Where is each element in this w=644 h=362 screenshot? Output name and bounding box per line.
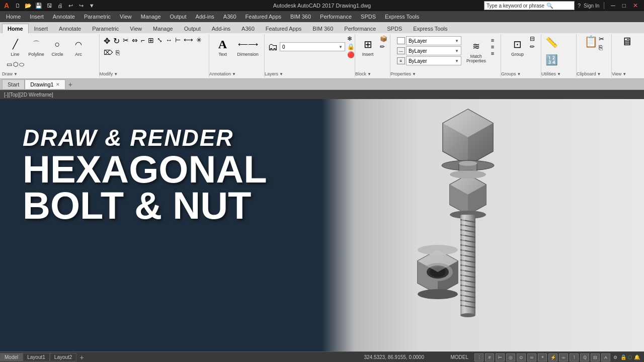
ducs-toggle[interactable]: ⌖ [538, 353, 547, 361]
layer-lock-icon[interactable]: 🔒 [347, 43, 355, 50]
copy-icon[interactable]: ⎘ [115, 48, 121, 57]
menu-output[interactable]: Output [166, 13, 191, 21]
insert-button[interactable]: ⊞ Insert [358, 35, 378, 58]
search-input[interactable]: Type a keyword or phrase [487, 3, 544, 9]
layer-color-icon[interactable]: 🔴 [347, 51, 355, 58]
layer-dropdown[interactable]: 0▼ [280, 42, 345, 51]
lineweight-dropdown[interactable]: ByLayer▼ [406, 56, 461, 65]
tab-layout1[interactable]: Layout1 [23, 353, 50, 361]
calculator-icon[interactable]: 🔢 [544, 53, 559, 67]
menu-addins[interactable]: Add-ins [192, 13, 218, 21]
tab-view[interactable]: View [124, 24, 147, 33]
drawing-area[interactable]: DRAW & RENDER HEXAGONAL BOLT & NUT [0, 99, 644, 351]
menu-a360[interactable]: A360 [219, 13, 240, 21]
minimize-button[interactable]: ─ [609, 2, 617, 9]
undo-button[interactable]: ↩ [66, 1, 75, 10]
tab-drawing1[interactable]: Drawing1 ✕ [25, 79, 65, 89]
lw-toggle[interactable]: ═ [559, 353, 568, 361]
customize-button[interactable]: ▼ [87, 1, 96, 10]
view-icon[interactable]: 🖥 [621, 35, 632, 48]
tab-parametric[interactable]: Parametric [87, 24, 124, 33]
otrack-toggle[interactable]: ∞ [527, 353, 536, 361]
dyn-toggle[interactable]: ⚡ [548, 353, 557, 361]
line-button[interactable]: ╱ Line [5, 35, 25, 58]
tab-spds[interactable]: SPDS [381, 24, 408, 33]
saveas-button[interactable]: 🖫 [45, 1, 54, 10]
ungroup-icon[interactable]: ⊟ [530, 35, 535, 42]
menu-view[interactable]: View [116, 13, 136, 21]
redo-button[interactable]: ↪ [76, 1, 86, 10]
osnap-toggle[interactable]: ⊙ [517, 353, 526, 361]
open-button[interactable]: 📂 [24, 1, 33, 10]
paste-icon[interactable]: 📋 [584, 35, 598, 48]
sc-toggle[interactable]: ⊟ [591, 353, 600, 361]
menu-insert[interactable]: Insert [26, 13, 48, 21]
color-dropdown[interactable]: ByLayer▼ [406, 36, 461, 45]
mirror-icon[interactable]: ⇔ [131, 35, 139, 47]
tab-performance[interactable]: Performance [339, 24, 381, 33]
grid-toggle[interactable]: # [485, 353, 494, 361]
group-edit-icon[interactable]: ✏ [530, 43, 535, 50]
cut-icon[interactable]: ✂ [599, 35, 604, 43]
workspace-indicator[interactable]: ⚙ [612, 355, 619, 360]
text-button[interactable]: A Text [213, 35, 233, 58]
tab-annotate[interactable]: Annotate [53, 24, 87, 33]
circle-button[interactable]: ○ Circle [47, 35, 67, 58]
move-icon[interactable]: ✥ [103, 35, 111, 47]
extend-icon[interactable]: ⊢ [174, 35, 182, 47]
group-button[interactable]: ⊡ Group [508, 35, 528, 58]
tab-featured[interactable]: Featured Apps [260, 24, 307, 33]
tab-model[interactable]: Model [0, 353, 23, 361]
menu-spds[interactable]: SPDS [357, 13, 380, 21]
tab-addins[interactable]: Add-ins [206, 24, 236, 33]
copy-clipboard-icon[interactable]: ⎘ [599, 44, 604, 51]
close-button[interactable]: ✕ [631, 2, 640, 9]
explode-icon[interactable]: ✳ [195, 35, 203, 47]
list-icon[interactable]: ≡ [491, 37, 494, 43]
trim-icon[interactable]: ✂ [122, 35, 130, 47]
tab-start[interactable]: Start [2, 79, 25, 89]
help-icon[interactable]: ? [578, 3, 581, 9]
tab-close-button[interactable]: ✕ [56, 82, 60, 87]
tab-insert[interactable]: Insert [29, 24, 54, 33]
tp-toggle[interactable]: ⊺ [570, 353, 579, 361]
anno-toggle[interactable]: A [601, 353, 610, 361]
props-more-icon[interactable]: ≡ [491, 44, 494, 50]
layer-properties-icon[interactable]: 🗂 [268, 41, 278, 53]
block-editor-icon[interactable]: ✏ [380, 43, 387, 50]
scale-icon[interactable]: ⤡ [156, 35, 164, 47]
menu-home[interactable]: Home [2, 13, 25, 21]
tab-a360[interactable]: A360 [236, 24, 260, 33]
match-properties-button[interactable]: ≋ MatchProperties [464, 37, 488, 65]
menu-annotate[interactable]: Annotate [49, 13, 79, 21]
offset-icon[interactable]: ⟷ [183, 35, 194, 47]
menu-featured[interactable]: Featured Apps [242, 13, 286, 21]
array-icon[interactable]: ⊞ [147, 35, 155, 47]
props-more2-icon[interactable]: ≡ [491, 50, 494, 56]
rotate-icon[interactable]: ↻ [112, 35, 121, 47]
qp-toggle[interactable]: ℚ [580, 353, 589, 361]
tab-output[interactable]: Output [179, 24, 206, 33]
menu-express[interactable]: Express Tools [381, 13, 423, 21]
fillet-icon[interactable]: ⌐ [140, 35, 146, 47]
menu-bim360[interactable]: BIM 360 [286, 13, 315, 21]
print-button[interactable]: 🖨 [55, 1, 64, 10]
draw-more-buttons[interactable]: ▭ ⬡ ⬭ [5, 60, 26, 68]
create-block-icon[interactable]: 📦 [380, 35, 387, 42]
menu-performance[interactable]: Performance [316, 13, 356, 21]
search-bar[interactable]: Type a keyword or phrase 🔍 [484, 1, 575, 10]
notification-icon[interactable]: 🔔 [634, 354, 640, 360]
tab-home[interactable]: Home [2, 24, 29, 33]
save-button[interactable]: 💾 [34, 1, 43, 10]
tab-add-layout[interactable]: + [76, 353, 87, 361]
measure-icon[interactable]: 📏 [544, 35, 559, 49]
maximize-button[interactable]: □ [620, 2, 628, 9]
erase-icon[interactable]: ⌦ [103, 48, 114, 57]
dimension-button[interactable]: ⟵⟶ Dimension [235, 35, 261, 58]
polyline-button[interactable]: ⌒ Polyline [26, 35, 46, 58]
tab-manage[interactable]: Manage [147, 24, 179, 33]
tab-add-button[interactable]: + [65, 80, 75, 88]
tab-layout2[interactable]: Layout2 [50, 353, 77, 361]
layer-freeze-icon[interactable]: ❄ [347, 35, 355, 42]
snap-toggle[interactable]: ⋮ [474, 353, 484, 361]
